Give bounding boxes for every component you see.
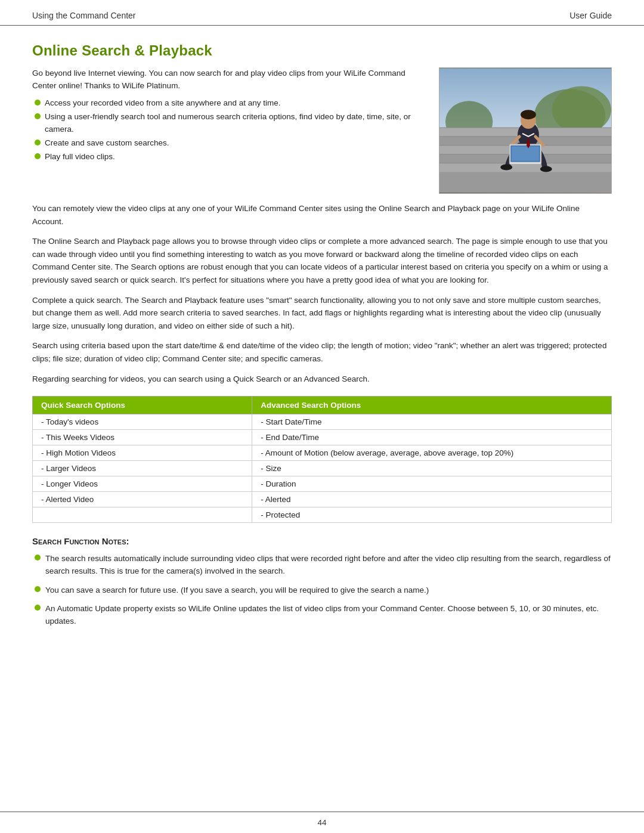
sfn-bullet-item: You can save a search for future use. (I… — [35, 584, 612, 596]
bullet-icon-3 — [35, 140, 41, 145]
content-area: Online Search & Playback Go beyond live … — [0, 26, 644, 812]
page-header: Using the Command Center User Guide — [0, 0, 644, 26]
table-row: - Duration — [252, 476, 612, 492]
svg-point-19 — [540, 166, 552, 172]
table-row: - High Motion Videos — [33, 445, 252, 461]
intro-bullet-list: Access your recorded video from a site a… — [35, 97, 426, 163]
body-para-2: You can remotely view the video clips at… — [32, 202, 612, 228]
bullet-text-1: Access your recorded video from a site a… — [45, 97, 280, 110]
sfn-bullet-item: The search results automatically include… — [35, 552, 612, 578]
sfn-bullet-text: An Automatic Update property exists so W… — [45, 602, 612, 628]
search-options-table: Quick Search Options Advanced Search Opt… — [32, 396, 612, 523]
body-para-3: The Online Search and Playback page allo… — [32, 235, 612, 286]
intro-block: Go beyond live Internet viewing. You can… — [32, 67, 612, 194]
table-row — [33, 507, 252, 523]
body-para-4: Complete a quick search. The Search and … — [32, 294, 612, 333]
svg-rect-22 — [512, 147, 539, 161]
svg-point-18 — [500, 165, 512, 171]
page: Using the Command Center User Guide Onli… — [0, 0, 644, 833]
table-row: - This Weeks Videos — [33, 430, 252, 445]
search-function-notes: Search Function Notes: The search result… — [32, 536, 612, 628]
bullet-text-2: Using a user-friendly search tool and nu… — [45, 111, 426, 136]
table-row: - Start Date/Time — [252, 414, 612, 430]
bullet-item-2: Using a user-friendly search tool and nu… — [35, 111, 426, 136]
svg-point-2 — [552, 86, 611, 134]
intro-para: Go beyond live Internet viewing. You can… — [32, 67, 426, 92]
sfn-bullet-icon — [35, 586, 41, 592]
table-row: - Today's videos — [33, 414, 252, 430]
sfn-title: Search Function Notes: — [32, 536, 612, 546]
header-right: User Guide — [569, 11, 612, 20]
table-row: - Size — [252, 461, 612, 476]
intro-text: Go beyond live Internet viewing. You can… — [32, 67, 426, 194]
bullet-text-4: Play full video clips. — [45, 151, 115, 163]
header-left: Using the Command Center — [32, 11, 136, 20]
sfn-bullet-text: The search results automatically include… — [45, 552, 612, 578]
section-title: Online Search & Playback — [32, 42, 612, 59]
sfn-bullet-icon — [35, 605, 41, 611]
table-row: - Larger Videos — [33, 461, 252, 476]
bullet-item-1: Access your recorded video from a site a… — [35, 97, 426, 110]
bullet-item-4: Play full video clips. — [35, 151, 426, 163]
table-row: - Longer Videos — [33, 476, 252, 492]
table-row: - Alerted Video — [33, 492, 252, 507]
page-number: 44 — [317, 818, 326, 827]
col-quick-search-header: Quick Search Options — [33, 397, 252, 414]
table-row: - Protected — [252, 507, 612, 523]
table-row: - End Date/Time — [252, 430, 612, 445]
photo-svg — [439, 68, 611, 193]
bullet-item-3: Create and save custom searches. — [35, 137, 426, 150]
intro-image — [439, 67, 612, 194]
photo-placeholder — [439, 68, 611, 193]
bullet-icon-4 — [35, 153, 41, 159]
bullet-icon-1 — [35, 100, 41, 106]
table-row: - Amount of Motion (below average, avera… — [252, 445, 612, 461]
body-para-5: Search using criteria based upon the sta… — [32, 339, 612, 365]
sfn-bullet-item: An Automatic Update property exists so W… — [35, 602, 612, 628]
sfn-bullet-text: You can save a search for future use. (I… — [45, 584, 429, 596]
bullet-text-3: Create and save custom searches. — [45, 137, 169, 150]
body-para-6: Regarding searching for videos, you can … — [32, 373, 612, 386]
page-footer: 44 — [0, 812, 644, 833]
sfn-bullet-list: The search results automatically include… — [35, 552, 612, 628]
svg-rect-9 — [439, 172, 611, 193]
col-advanced-search-header: Advanced Search Options — [252, 397, 612, 414]
sfn-bullet-icon — [35, 555, 41, 561]
bullet-icon-2 — [35, 113, 41, 119]
svg-point-17 — [521, 110, 536, 119]
table-row: - Alerted — [252, 492, 612, 507]
